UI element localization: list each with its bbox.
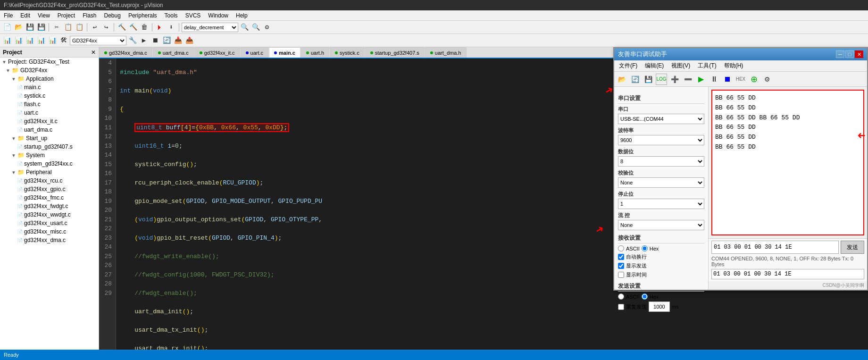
find-btn[interactable]: 🔍 — [239, 22, 250, 33]
debug-start-btn[interactable]: ⏵ — [155, 22, 165, 33]
serial-menu-view[interactable]: 视图(V) — [668, 61, 693, 71]
tree-item-system[interactable]: ▼ 📁 System — [0, 151, 99, 159]
clean-btn[interactable]: 🗑 — [139, 22, 150, 33]
tree-item-flashc[interactable]: 📄 flash.c — [0, 100, 99, 109]
tree-item-rcuc[interactable]: 📄 gd32f4xx_rcu.c — [0, 176, 99, 185]
tb2-btn5[interactable]: 📊 — [47, 35, 58, 46]
tab-systick[interactable]: systick.c — [330, 47, 365, 58]
serial-save-btn[interactable]: 💾 — [643, 74, 654, 85]
serial-close-btn[interactable]: ✕ — [855, 50, 863, 58]
tab-uarth[interactable]: uart.h — [301, 47, 329, 58]
serial-add2-btn[interactable]: ⊕ — [748, 74, 760, 85]
tb2-btn1[interactable]: 📊 — [2, 35, 12, 46]
tb2-btn9[interactable]: ⏹ — [150, 35, 160, 46]
tree-item-miscc[interactable]: 📄 gd32f4xx_misc.c — [0, 227, 99, 236]
tree-item-application[interactable]: ▼ 📁 Application — [0, 75, 99, 83]
send-hex-radio[interactable] — [642, 293, 648, 300]
tree-item-peripheral[interactable]: ▼ 📁 Peripheral — [0, 168, 99, 176]
tree-item-root[interactable]: ▼ Project: GD32F4xx_Test — [0, 58, 99, 66]
send-input[interactable] — [711, 241, 839, 254]
serial-receive-area[interactable]: BB 66 55 DD BB 66 55 DD BB 66 55 DD BB 6… — [711, 90, 864, 235]
serial-plus-btn[interactable]: ➕ — [669, 74, 680, 85]
menu-flash[interactable]: Flash — [79, 11, 100, 20]
menu-debug[interactable]: Debug — [100, 11, 125, 20]
tree-item-startups[interactable]: 📄 startup_gd32f407.s — [0, 142, 99, 151]
menu-view[interactable]: View — [34, 11, 54, 20]
menu-edit[interactable]: Edit — [17, 11, 34, 20]
tab-gd32dma[interactable]: gd32f4xx_dma.c — [99, 47, 152, 58]
tb2-btn8[interactable]: ▶ — [139, 35, 149, 46]
repeat-send-input[interactable] — [649, 301, 670, 312]
menu-tools[interactable]: Tools — [161, 11, 182, 20]
receive-ascii-radio[interactable] — [618, 245, 624, 251]
serial-log-btn[interactable]: LOG — [656, 74, 667, 85]
tab-startup[interactable]: startup_gd32f407.s — [365, 47, 425, 58]
serial-pause-btn[interactable]: ⏸ — [709, 74, 720, 85]
flow-select[interactable]: None — [618, 220, 704, 230]
sidebar-close[interactable]: ✕ — [91, 49, 96, 56]
menu-peripherals[interactable]: Peripherals — [125, 11, 161, 20]
menu-file[interactable]: File — [0, 11, 17, 20]
open-btn[interactable]: 📂 — [13, 22, 24, 33]
menu-help[interactable]: Help — [232, 11, 251, 20]
save-all-btn[interactable]: 💾 — [36, 22, 46, 33]
menu-window[interactable]: Window — [204, 11, 232, 20]
check-select[interactable]: None — [618, 177, 704, 188]
tree-item-dmac[interactable]: 📄 gd32f4xx_dma.c — [0, 236, 99, 244]
tree-item-systemc[interactable]: 📄 system_gd32f4xx.c — [0, 159, 99, 168]
target-select[interactable]: GD32F4xx — [70, 36, 126, 45]
tree-item-fwdgtc[interactable]: 📄 gd32f4xx_fwdgt.c — [0, 202, 99, 210]
serial-play-btn[interactable]: ▶ — [695, 74, 707, 85]
tree-item-startup[interactable]: ▼ 📁 Start_up — [0, 134, 99, 142]
tb2-btn11[interactable]: 📥 — [173, 35, 183, 46]
tree-item-wwdgtc[interactable]: 📄 gd32f4xx_wwdgt.c — [0, 210, 99, 219]
serial-stop-btn[interactable]: ⏹ — [722, 74, 733, 85]
download-btn[interactable]: ⬇ — [166, 22, 176, 33]
receive-hex-radio[interactable] — [642, 245, 648, 251]
send-ascii-radio[interactable] — [618, 293, 624, 300]
show-time-checkbox[interactable] — [618, 272, 624, 278]
stop-select[interactable]: 1 — [618, 199, 704, 209]
menu-project[interactable]: Project — [54, 11, 79, 20]
repeat-send-checkbox[interactable] — [618, 304, 624, 310]
cut-btn[interactable]: ✂ — [51, 22, 62, 33]
serial-minus-btn[interactable]: ➖ — [682, 74, 693, 85]
tb2-btn2[interactable]: 📊 — [13, 35, 24, 46]
paste-btn[interactable]: 📋 — [74, 22, 84, 33]
data-select[interactable]: 8 — [618, 156, 704, 167]
tree-item-gd32f4xx[interactable]: ▼ 📁 GD32F4xx — [0, 66, 99, 75]
serial-open-btn[interactable]: 📂 — [616, 74, 627, 85]
tree-item-uartdmac[interactable]: 📄 uart_dma.c — [0, 126, 99, 134]
show-send-checkbox[interactable] — [618, 263, 624, 269]
tab-main[interactable]: main.c — [269, 47, 300, 58]
redo-btn[interactable]: ↪ — [101, 22, 111, 33]
build-btn[interactable]: 🔨 — [117, 22, 127, 33]
zoom-btn[interactable]: 🔍 — [250, 22, 261, 33]
send-button[interactable]: 发送 — [841, 241, 864, 254]
port-select[interactable]: USB-SE...(COM44 — [618, 114, 704, 124]
tb2-btn4[interactable]: 📊 — [36, 35, 46, 46]
tb2-btn7[interactable]: 🔧 — [127, 35, 138, 46]
tree-item-gd32itc[interactable]: 📄 gd32f4xx_it.c — [0, 117, 99, 126]
new-btn[interactable]: 📄 — [2, 22, 12, 33]
undo-btn[interactable]: ↩ — [90, 22, 100, 33]
tab-uartdmah[interactable]: uart_dma.h — [425, 47, 467, 58]
baud-select[interactable]: 9600 — [618, 135, 704, 145]
tb2-btn3[interactable]: 📊 — [25, 35, 35, 46]
rebuild-btn[interactable]: 🔨 — [128, 22, 138, 33]
tree-item-mainc[interactable]: 📄 main.c — [0, 83, 99, 92]
auto-newline-checkbox[interactable] — [618, 254, 624, 260]
serial-settings-btn[interactable]: ⚙ — [761, 74, 773, 85]
serial-minimize-btn[interactable]: ─ — [836, 50, 844, 58]
tab-uart[interactable]: uart.c — [241, 47, 269, 58]
save-btn[interactable]: 💾 — [25, 22, 35, 33]
tree-item-usartc[interactable]: 📄 gd32f4xx_usart.c — [0, 219, 99, 227]
tree-item-gpioc[interactable]: 📄 gd32f4xx_gpio.c — [0, 185, 99, 193]
function-select[interactable]: delay_decrement — [182, 23, 238, 32]
tree-item-systickc[interactable]: 📄 systick.c — [0, 92, 99, 100]
menu-svcs[interactable]: SVCS — [182, 11, 205, 20]
tb2-btn6[interactable]: 🛠 — [58, 35, 69, 46]
settings-btn[interactable]: ⚙ — [262, 22, 272, 33]
tab-uartdma[interactable]: uart_dma.c — [153, 47, 194, 58]
tb2-btn12[interactable]: 📤 — [184, 35, 194, 46]
